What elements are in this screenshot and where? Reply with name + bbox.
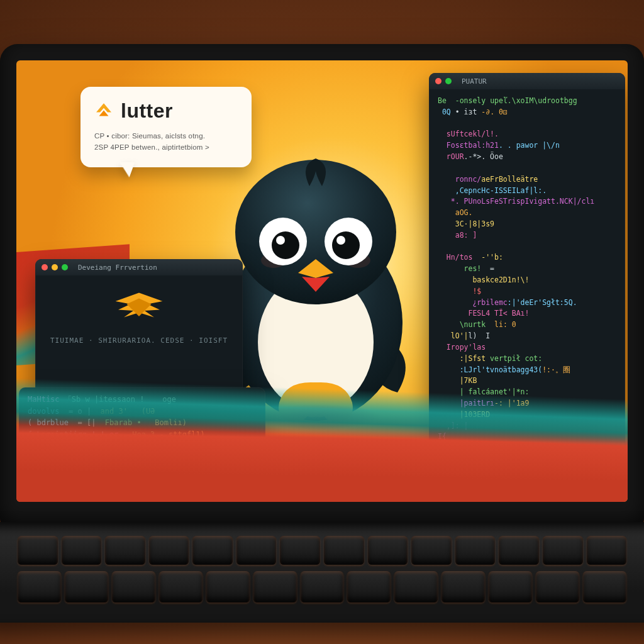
window-titlebar[interactable]: Deveiang Frrvertion xyxy=(35,259,243,275)
branding-subline: TIUIMAE · SHIRURARIOA. CEDSE · IOISFT xyxy=(44,336,234,345)
lutter-logo-icon xyxy=(94,102,113,121)
laptop-frame: lutter CP • cibor: Sieumas, aiclsts otng… xyxy=(0,44,644,623)
terminal-window-branding[interactable]: Deveiang Frrvertion TIUIMAE · SHIRURARIO… xyxy=(35,259,243,404)
card-sub-line1: CP • cibor: Sieumas, aiclsts otng. xyxy=(94,130,238,142)
close-icon[interactable] xyxy=(42,264,48,270)
editor-content[interactable]: Be -onsely upeľ.\xoIM\udrootbgg 0Q • iзt… xyxy=(429,89,625,474)
svg-point-7 xyxy=(272,231,299,259)
window-controls[interactable] xyxy=(435,78,452,84)
desktop-screen: lutter CP • cibor: Sieumas, aiclsts otng… xyxy=(16,60,628,502)
keyboard-deck xyxy=(0,522,644,623)
screen-bezel: lutter CP • cibor: Sieumas, aiclsts otng… xyxy=(0,44,644,528)
minimize-icon[interactable] xyxy=(52,264,58,270)
maximize-icon[interactable] xyxy=(445,78,452,84)
card-sub-line2: 2SP 4PEP betwen., aiptirtetbiom > xyxy=(94,142,238,153)
wings-logo-icon xyxy=(111,288,167,326)
window-controls[interactable] xyxy=(42,264,68,270)
svg-point-8 xyxy=(332,231,360,259)
card-title: lutter xyxy=(121,99,173,123)
svg-point-10 xyxy=(336,236,345,245)
svg-point-9 xyxy=(276,236,285,245)
terminal-window-output[interactable]: FPJ MaHtisc 「Sb w |itessaon ! oge dovolv… xyxy=(19,387,265,499)
close-icon[interactable] xyxy=(435,78,441,84)
window-title: PUATUR xyxy=(462,77,487,86)
window-title: Deveiang Frrvertion xyxy=(78,264,157,272)
maximize-icon[interactable] xyxy=(62,264,68,270)
code-editor-window[interactable]: PUATUR Be -onsely upeľ.\xoIM\udrootbgg 0… xyxy=(429,73,625,482)
terminal-output: MaHtisc 「Sb w |itessaon ! oge dovolvs = … xyxy=(19,387,265,499)
window-titlebar[interactable]: PUATUR xyxy=(429,73,625,89)
